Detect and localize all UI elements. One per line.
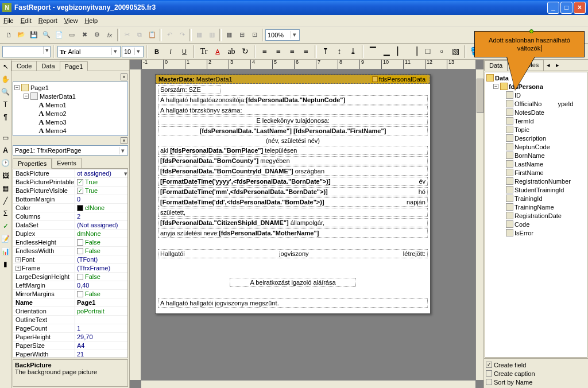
panel-close-icon-2[interactable]: ×	[121, 137, 127, 144]
memo-borncountry[interactable]: [fdsPersonalData."BornCountryId_DNAME"] …	[158, 166, 428, 176]
close-button[interactable]: ×	[574, 2, 586, 14]
page-settings-icon[interactable]: ⚙	[91, 29, 103, 41]
hand-tool-icon[interactable]: ✋	[1, 75, 10, 84]
memo-sorszam[interactable]: Sorszám: SZE	[158, 85, 221, 94]
frame-top-icon[interactable]: ▔	[366, 45, 379, 58]
field-firstname[interactable]: FirstName	[486, 168, 586, 177]
frame-right-icon[interactable]: ▕	[408, 45, 420, 58]
field-topic[interactable]: Topic	[486, 125, 586, 134]
report-page[interactable]: MasterData: MasterData1 fdsPersonalData …	[155, 74, 431, 314]
delete-page-icon[interactable]: ✖	[78, 29, 91, 41]
field-trainingid[interactable]: TrainingId	[486, 194, 586, 203]
style-combo[interactable]: ▾	[2, 46, 51, 57]
memo-borncounty[interactable]: [fdsPersonalData."BornCounty"] megyében	[158, 156, 428, 165]
memo-born[interactable]: született,	[158, 208, 428, 217]
select-tool-icon[interactable]: ↖	[1, 62, 10, 71]
field-bornname[interactable]: BornName	[486, 151, 586, 160]
tab-events[interactable]: Events	[52, 158, 82, 168]
memo-mother[interactable]: anyja születési neve:[fdsPersonalData."M…	[158, 228, 428, 238]
variables-icon[interactable]: fx	[103, 29, 116, 41]
memo-citizen[interactable]: [fdsPersonalData."CitizenShipId_DNAME"] …	[158, 218, 428, 227]
memo-signature[interactable]: A beiratkozást igazoló aláírása	[230, 278, 356, 287]
sort-by-name-checkbox[interactable]: Sort by Name	[486, 378, 586, 386]
frame-left-icon[interactable]: ▏	[394, 45, 407, 58]
tab-data[interactable]: Data	[36, 61, 60, 71]
band-dataset-link[interactable]: fdsPersonalData	[370, 76, 427, 83]
barcode-tool-icon[interactable]: ▮	[1, 259, 10, 269]
sysmemo-tool-icon[interactable]: 🕑	[1, 158, 10, 168]
undo-icon[interactable]: ↶	[163, 29, 176, 41]
field-termid[interactable]: TermId	[486, 117, 586, 125]
save-icon[interactable]: 💾	[28, 29, 40, 41]
horizontal-scrollbar[interactable]	[141, 380, 475, 388]
field-neptuncode[interactable]: NeptunCode	[486, 142, 586, 151]
field-description[interactable]: Description	[486, 134, 586, 142]
rotate-icon[interactable]: ↻	[239, 45, 252, 58]
frame-shadow-icon[interactable]: ▧	[449, 45, 462, 58]
align-center-icon[interactable]: ≡	[272, 45, 285, 58]
memo-lecke[interactable]: E leckekönyv tulajdonosa:	[158, 116, 428, 125]
frame-none-icon[interactable]: ▫	[435, 45, 448, 58]
open-icon[interactable]: 📂	[15, 29, 28, 41]
report-tree[interactable]: −Page1 −MasterData1 AMemo1 AMemo2 AMemo3…	[13, 82, 128, 136]
rich-tool-icon[interactable]: 📝	[1, 234, 10, 243]
check-tool-icon[interactable]: ✓	[1, 222, 10, 231]
memo-bornmonth[interactable]: [FormatDateTime('mm',<fdsPersonalData."B…	[158, 187, 428, 196]
grid-icon[interactable]: ▦	[223, 29, 235, 41]
copy-icon[interactable]: ⧉	[133, 29, 146, 41]
memo-jogviszony[interactable]: Hallgatóijogviszonylétrejött:	[158, 249, 428, 258]
minimize-button[interactable]: _	[547, 2, 559, 14]
canvas[interactable]: MasterData: MasterData1 fdsPersonalData …	[141, 69, 475, 380]
align-right-icon[interactable]: ≡	[286, 45, 299, 58]
field-registrationnumber[interactable]: RegistrationNumber	[486, 177, 586, 185]
zoom-tool-icon[interactable]: 🔍	[1, 87, 10, 96]
line-tool-icon[interactable]: ╱	[1, 196, 10, 205]
menu-edit[interactable]: Edit	[21, 17, 32, 24]
field-iserror[interactable]: IsError	[486, 228, 586, 237]
align-grid-icon[interactable]: ⊞	[235, 29, 248, 41]
frame-all-icon[interactable]: □	[421, 45, 434, 58]
align-justify-icon[interactable]: ≡	[300, 45, 312, 58]
frame-bottom-icon[interactable]: ▁	[380, 45, 393, 58]
group-icon[interactable]: ▦	[193, 29, 206, 41]
bold-button[interactable]: B	[150, 45, 163, 58]
memo-bornyear[interactable]: [FormatDateTime('yyyy',<fdsPersonalData.…	[158, 177, 428, 186]
menu-view[interactable]: View	[64, 17, 78, 24]
field-notesdate[interactable]: NotesDate	[486, 108, 586, 117]
italic-button[interactable]: I	[164, 45, 177, 58]
memo-bornplace[interactable]: aki [fdsPersonalData."BornPlace"] telepü…	[158, 146, 428, 155]
field-officialno[interactable]: OfficialNoypeId	[486, 99, 586, 108]
vertical-scrollbar[interactable]	[475, 69, 483, 380]
tab-code[interactable]: Code	[11, 61, 37, 71]
masterdata-band-header[interactable]: MasterData: MasterData1 fdsPersonalData	[156, 75, 430, 84]
create-field-checkbox[interactable]: ✓Create field	[486, 360, 586, 369]
panel-close-icon[interactable]: ×	[121, 73, 127, 80]
chart-tool-icon[interactable]: 📊	[1, 247, 10, 256]
picture-tool-icon[interactable]: 🖼	[1, 171, 10, 180]
menu-file[interactable]: File	[3, 17, 14, 24]
memo-name-sub[interactable]: (név, születési név)	[158, 137, 428, 145]
data-tree[interactable]: Data −fdsPersona IDOfficialNoypeIdNotesD…	[485, 72, 587, 358]
menu-report[interactable]: Report	[38, 17, 57, 24]
field-studenttrainingid[interactable]: StudentTrainingId	[486, 185, 586, 194]
subreport-tool-icon[interactable]: ▦	[1, 184, 10, 193]
ungroup-icon[interactable]: ▥	[206, 29, 218, 41]
preview-icon[interactable]: 🔍	[40, 29, 53, 41]
new-icon[interactable]: 🗋	[2, 29, 15, 41]
create-caption-checkbox[interactable]: Create caption	[486, 369, 586, 378]
property-grid[interactable]: BackPictureot assigned)▾BackPicturePrint…	[13, 169, 128, 358]
tab-page1[interactable]: Page1	[60, 61, 88, 71]
align-left-icon[interactable]: ≡	[258, 45, 271, 58]
cut-icon[interactable]: ✂	[121, 29, 133, 41]
font-color-icon[interactable]: A	[211, 45, 224, 58]
tab-properties[interactable]: Properties	[13, 158, 52, 169]
zoom-combo[interactable]: 100%▾	[265, 29, 300, 41]
tab-scroll-right-icon[interactable]: ▸	[553, 60, 562, 71]
highlight-icon[interactable]: ab	[225, 45, 238, 58]
redo-icon[interactable]: ↷	[176, 29, 188, 41]
valign-top-icon[interactable]: ⤒	[319, 45, 332, 58]
new-page-icon[interactable]: 📄	[53, 29, 65, 41]
format-tool-icon[interactable]: ¶	[1, 112, 10, 122]
fit-icon[interactable]: ⊡	[248, 29, 261, 41]
maximize-button[interactable]: □	[560, 2, 572, 14]
